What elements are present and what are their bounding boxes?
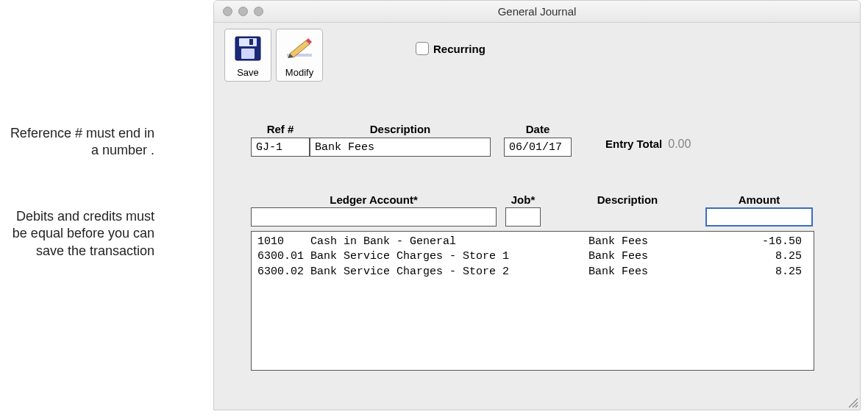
recurring-checkbox[interactable] bbox=[416, 42, 429, 55]
modify-button[interactable]: Modify bbox=[276, 29, 323, 82]
table-row[interactable]: 1010 Cash in Bank - GeneralBank Fees-16.… bbox=[257, 235, 808, 249]
table-row[interactable]: 6300.02 Bank Service Charges - Store 2Ba… bbox=[257, 265, 808, 279]
title-bar: General Journal bbox=[214, 1, 860, 23]
description-label: Description bbox=[310, 123, 491, 135]
grid-area: Ledger Account* Job* Description Amount … bbox=[251, 193, 823, 371]
close-window-button[interactable] bbox=[223, 7, 232, 16]
col-header-job: Job* bbox=[497, 193, 549, 206]
general-journal-window: General Journal Save bbox=[213, 0, 861, 410]
col-header-ledger: Ledger Account* bbox=[251, 193, 497, 206]
minimize-window-button[interactable] bbox=[238, 7, 248, 16]
cell-job bbox=[559, 265, 588, 279]
svg-rect-3 bbox=[249, 39, 253, 45]
entry-total: Entry Total 0.00 bbox=[605, 138, 691, 157]
grid-input-row bbox=[251, 207, 823, 227]
zoom-window-button[interactable] bbox=[254, 7, 263, 16]
cell-amount: 8.25 bbox=[736, 249, 802, 264]
form-area: Ref # Description Date Entry Total 0.00 … bbox=[214, 86, 860, 371]
pencil-icon bbox=[285, 29, 313, 67]
col-header-amount: Amount bbox=[705, 193, 813, 206]
cell-description: Bank Fees bbox=[588, 265, 736, 279]
cell-description: Bank Fees bbox=[588, 235, 736, 249]
ref-input[interactable] bbox=[251, 138, 310, 157]
annotation-balance: Debits and credits must be equal before … bbox=[7, 208, 154, 260]
grid-body[interactable]: 1010 Cash in Bank - GeneralBank Fees-16.… bbox=[251, 231, 814, 371]
annotation-ref: Reference # must end in a number . bbox=[7, 125, 154, 160]
window-title: General Journal bbox=[214, 5, 860, 18]
entry-total-label: Entry Total bbox=[605, 138, 662, 150]
svg-line-10 bbox=[855, 405, 858, 407]
cell-amount: -16.50 bbox=[736, 235, 802, 249]
cell-ledger: 6300.01 Bank Service Charges - Store 1 bbox=[257, 249, 559, 264]
toolbar: Save Modify Recurring bbox=[214, 23, 860, 86]
recurring-checkbox-group: Recurring bbox=[416, 42, 485, 55]
col-header-description: Description bbox=[549, 193, 705, 206]
floppy-disk-icon bbox=[235, 29, 261, 67]
description-input[interactable] bbox=[310, 138, 491, 157]
window-controls bbox=[223, 7, 263, 16]
cell-job bbox=[559, 235, 588, 249]
svg-rect-1 bbox=[239, 38, 257, 46]
grid-headers: Ledger Account* Job* Description Amount bbox=[251, 193, 823, 206]
save-button[interactable]: Save bbox=[224, 29, 271, 82]
ref-label: Ref # bbox=[251, 123, 310, 135]
cell-description: Bank Fees bbox=[588, 249, 736, 264]
header-row: Ref # Description Date Entry Total 0.00 bbox=[251, 123, 823, 157]
job-input[interactable] bbox=[505, 207, 541, 227]
cell-job bbox=[559, 249, 588, 264]
date-input[interactable] bbox=[504, 138, 572, 157]
recurring-label: Recurring bbox=[433, 43, 485, 55]
cell-ledger: 6300.02 Bank Service Charges - Store 2 bbox=[257, 265, 559, 279]
amount-input[interactable] bbox=[705, 207, 813, 227]
resize-grip-icon[interactable] bbox=[847, 396, 858, 408]
table-row[interactable]: 6300.01 Bank Service Charges - Store 1Ba… bbox=[257, 249, 808, 264]
ledger-input[interactable] bbox=[251, 207, 497, 227]
svg-rect-2 bbox=[241, 49, 255, 59]
cell-ledger: 1010 Cash in Bank - General bbox=[257, 235, 559, 249]
entry-total-value: 0.00 bbox=[668, 138, 691, 151]
save-button-label: Save bbox=[237, 67, 259, 78]
date-label: Date bbox=[504, 123, 572, 135]
modify-button-label: Modify bbox=[285, 67, 313, 78]
cell-amount: 8.25 bbox=[736, 265, 802, 279]
